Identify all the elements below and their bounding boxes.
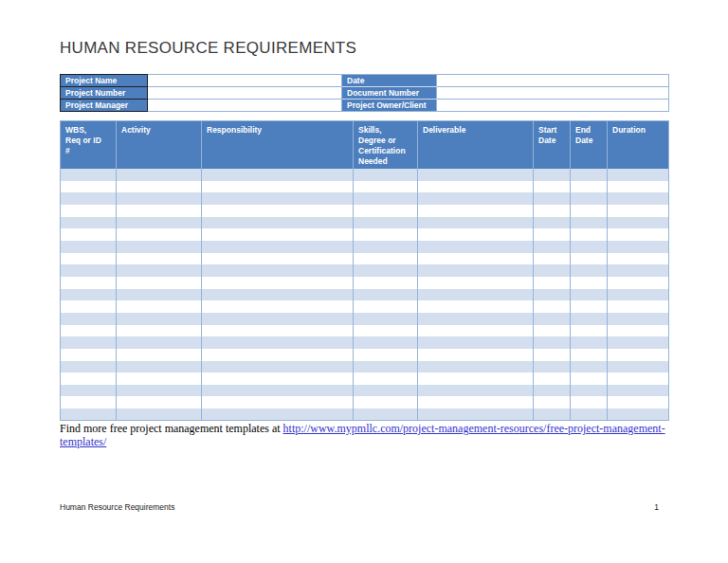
table-cell[interactable] <box>61 289 117 301</box>
table-cell[interactable] <box>354 205 418 217</box>
table-cell[interactable] <box>117 385 202 397</box>
table-cell[interactable] <box>202 277 354 289</box>
table-cell[interactable] <box>608 289 669 301</box>
table-cell[interactable] <box>117 409 202 421</box>
table-cell[interactable] <box>608 313 669 325</box>
table-cell[interactable] <box>61 325 117 337</box>
project-name-field[interactable] <box>148 75 342 87</box>
table-cell[interactable] <box>418 205 534 217</box>
table-cell[interactable] <box>571 205 608 217</box>
table-cell[interactable] <box>608 228 669 241</box>
table-cell[interactable] <box>61 300 117 313</box>
table-cell[interactable] <box>61 264 117 277</box>
table-cell[interactable] <box>117 217 202 229</box>
table-cell[interactable] <box>61 361 117 373</box>
table-cell[interactable] <box>571 264 608 277</box>
table-cell[interactable] <box>202 217 354 229</box>
table-cell[interactable] <box>418 349 534 361</box>
table-cell[interactable] <box>418 253 534 265</box>
table-cell[interactable] <box>608 409 669 421</box>
table-cell[interactable] <box>61 336 117 349</box>
table-cell[interactable] <box>571 289 608 301</box>
table-cell[interactable] <box>608 300 669 313</box>
table-cell[interactable] <box>571 409 608 421</box>
table-cell[interactable] <box>534 313 571 325</box>
project-owner-field[interactable] <box>437 100 669 112</box>
table-cell[interactable] <box>571 253 608 265</box>
table-cell[interactable] <box>61 277 117 289</box>
table-cell[interactable] <box>534 409 571 421</box>
table-cell[interactable] <box>202 300 354 313</box>
table-cell[interactable] <box>418 313 534 325</box>
table-cell[interactable] <box>608 385 669 397</box>
table-cell[interactable] <box>571 325 608 337</box>
table-cell[interactable] <box>202 181 354 193</box>
table-cell[interactable] <box>202 169 354 181</box>
table-cell[interactable] <box>534 289 571 301</box>
table-cell[interactable] <box>571 181 608 193</box>
table-cell[interactable] <box>61 372 117 385</box>
table-cell[interactable] <box>571 217 608 229</box>
table-cell[interactable] <box>608 241 669 253</box>
table-cell[interactable] <box>61 228 117 241</box>
table-cell[interactable] <box>571 192 608 205</box>
table-cell[interactable] <box>61 205 117 217</box>
table-cell[interactable] <box>117 253 202 265</box>
table-cell[interactable] <box>571 277 608 289</box>
table-cell[interactable] <box>202 336 354 349</box>
table-cell[interactable] <box>117 277 202 289</box>
table-cell[interactable] <box>354 361 418 373</box>
table-cell[interactable] <box>571 372 608 385</box>
table-cell[interactable] <box>354 277 418 289</box>
table-cell[interactable] <box>534 192 571 205</box>
table-cell[interactable] <box>534 361 571 373</box>
table-cell[interactable] <box>117 300 202 313</box>
table-cell[interactable] <box>354 264 418 277</box>
table-cell[interactable] <box>608 277 669 289</box>
table-cell[interactable] <box>534 277 571 289</box>
table-cell[interactable] <box>608 169 669 181</box>
table-cell[interactable] <box>117 181 202 193</box>
table-cell[interactable] <box>354 409 418 421</box>
table-cell[interactable] <box>534 253 571 265</box>
table-cell[interactable] <box>61 385 117 397</box>
table-cell[interactable] <box>418 361 534 373</box>
table-cell[interactable] <box>61 169 117 181</box>
table-cell[interactable] <box>117 325 202 337</box>
table-cell[interactable] <box>571 349 608 361</box>
table-cell[interactable] <box>354 300 418 313</box>
table-cell[interactable] <box>534 217 571 229</box>
table-cell[interactable] <box>418 289 534 301</box>
table-cell[interactable] <box>117 241 202 253</box>
table-cell[interactable] <box>571 228 608 241</box>
table-cell[interactable] <box>418 409 534 421</box>
table-cell[interactable] <box>202 228 354 241</box>
table-cell[interactable] <box>202 409 354 421</box>
table-cell[interactable] <box>354 336 418 349</box>
table-cell[interactable] <box>608 336 669 349</box>
table-cell[interactable] <box>608 361 669 373</box>
table-cell[interactable] <box>61 217 117 229</box>
table-cell[interactable] <box>117 372 202 385</box>
table-cell[interactable] <box>534 336 571 349</box>
table-cell[interactable] <box>354 217 418 229</box>
table-cell[interactable] <box>608 349 669 361</box>
table-cell[interactable] <box>117 313 202 325</box>
table-cell[interactable] <box>571 361 608 373</box>
table-cell[interactable] <box>117 396 202 409</box>
table-cell[interactable] <box>354 396 418 409</box>
table-cell[interactable] <box>117 289 202 301</box>
table-cell[interactable] <box>202 372 354 385</box>
table-cell[interactable] <box>608 325 669 337</box>
table-cell[interactable] <box>117 228 202 241</box>
table-cell[interactable] <box>608 253 669 265</box>
table-cell[interactable] <box>534 264 571 277</box>
table-cell[interactable] <box>61 192 117 205</box>
table-cell[interactable] <box>202 313 354 325</box>
table-cell[interactable] <box>534 325 571 337</box>
table-cell[interactable] <box>117 192 202 205</box>
table-cell[interactable] <box>202 385 354 397</box>
table-cell[interactable] <box>571 336 608 349</box>
table-cell[interactable] <box>534 181 571 193</box>
table-cell[interactable] <box>571 169 608 181</box>
